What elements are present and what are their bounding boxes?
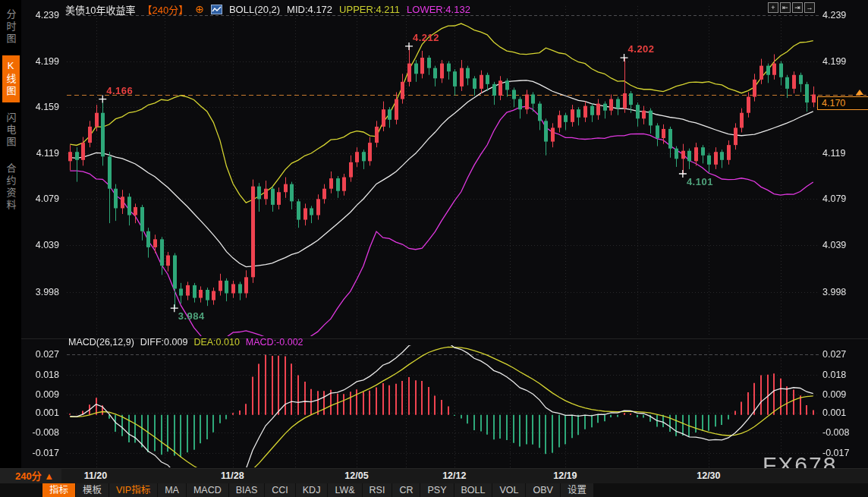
axis-tick-label: 0.009 xyxy=(21,389,59,400)
boll-upper-value: UPPER:4.211 xyxy=(339,4,400,15)
chart-header: 美债10年收益率 【240分】 ⊕ BOLL(20,2) MID:4.172 U… xyxy=(65,2,470,17)
macd-dea-value: DEA:0.010 xyxy=(193,337,239,348)
crosshair-move-icon[interactable]: + xyxy=(768,2,778,13)
target-icon[interactable]: ⊕ xyxy=(195,5,204,14)
sidebar-tab-2[interactable]: 闪电图 xyxy=(2,108,20,153)
last-price-arrow-icon xyxy=(856,90,863,95)
axis-tick-label: 4.079 xyxy=(21,193,59,204)
axis-tick-label: 0.018 xyxy=(21,370,59,380)
axis-tick-label: 4.239 xyxy=(21,10,59,20)
pan-right-icon[interactable]: → xyxy=(804,2,815,13)
price-annotation: 3.984 xyxy=(178,310,205,322)
axis-tick-label: -0.017 xyxy=(822,448,860,458)
axis-tick-label: 4.119 xyxy=(21,148,59,159)
axis-tick-label: -0.017 xyxy=(21,448,59,458)
toolbar-item-7[interactable]: KDJ xyxy=(296,483,328,497)
toolbar-item-12[interactable]: BOLL xyxy=(454,483,492,497)
period-selector[interactable]: 240分 ▲ xyxy=(0,469,61,484)
axis-tick-label: 0.001 xyxy=(21,407,59,418)
axis-tick-label: 4.159 xyxy=(21,102,59,112)
axis-tick-label: 3.998 xyxy=(822,287,860,297)
toolbar-item-14[interactable]: OBV xyxy=(526,483,559,497)
axis-tick-label: 0.018 xyxy=(822,370,860,380)
axis-tick-label: 4.199 xyxy=(21,56,59,67)
chart-canvas[interactable] xyxy=(0,0,868,497)
date-tick-label: 11/28 xyxy=(221,470,244,481)
toolbar-item-6[interactable]: CCI xyxy=(265,483,295,497)
date-tick-label: 12/12 xyxy=(442,470,466,481)
indicator-toolbar: 指标模板VIP指标MAMACDBIASCCIKDJLW&RSICRPSYBOLL… xyxy=(0,483,868,497)
x-axis-zoom-icon[interactable]: ⇤ xyxy=(780,2,791,13)
toolbar-item-0[interactable]: 指标 xyxy=(42,483,75,497)
boll-label: BOLL(20,2) xyxy=(229,4,280,15)
price-annotation: 4.202 xyxy=(628,43,655,55)
axis-tick-label: 4.039 xyxy=(822,240,860,250)
date-tick-label: 12/30 xyxy=(697,470,720,481)
axis-tick-label: 0.027 xyxy=(21,349,59,360)
toolbar-item-5[interactable]: BIAS xyxy=(229,483,265,497)
kline-chart-window: 分时图K线图闪电图合约资料 美债10年收益率 【240分】 ⊕ BOLL(20,… xyxy=(0,0,868,497)
mini-chart-icon xyxy=(211,5,222,14)
macd-macd-value: MACD:-0.002 xyxy=(246,337,303,348)
toolbar-item-9[interactable]: RSI xyxy=(363,483,392,497)
axis-tick-label: 4.039 xyxy=(21,240,59,250)
date-tick-label: 11/20 xyxy=(84,470,108,481)
boll-lower-value: LOWER:4.132 xyxy=(407,4,470,15)
boll-mid-value: MID:4.172 xyxy=(287,4,332,15)
axis-tick-label: 4.239 xyxy=(822,10,860,20)
price-annotation: 4.212 xyxy=(413,32,439,43)
toolbar-item-15[interactable]: 设置 xyxy=(561,483,593,497)
last-price-tag: 4.170 xyxy=(817,96,868,110)
toolbar-item-4[interactable]: MACD xyxy=(187,483,228,497)
chart-type-sidebar: 分时图K线图闪电图合约资料 xyxy=(0,0,21,468)
axis-tick-label: 4.119 xyxy=(822,148,860,159)
sidebar-tab-0[interactable]: 分时图 xyxy=(2,5,20,50)
axis-tick-label: 3.998 xyxy=(21,287,59,297)
date-tick-label: 12/05 xyxy=(344,470,368,481)
axis-tick-label: -0.008 xyxy=(822,427,860,438)
period-label[interactable]: 【240分】 xyxy=(142,2,188,17)
toolbar-item-11[interactable]: PSY xyxy=(420,483,453,497)
macd-diff-value: DIFF:0.009 xyxy=(140,337,188,348)
price-annotation: 4.101 xyxy=(687,176,713,187)
axis-tick-label: 0.027 xyxy=(822,349,860,360)
instrument-title: 美债10年收益率 xyxy=(65,2,135,17)
sidebar-tab-3[interactable]: 合约资料 xyxy=(2,159,20,216)
price-annotation: 4.166 xyxy=(106,85,133,96)
toolbar-spacer xyxy=(0,483,42,497)
axis-tick-label: -0.008 xyxy=(21,427,59,438)
y-axis-zoom-icon[interactable]: ⇥ xyxy=(792,2,803,13)
chart-tool-icons: +⇤⇥→ xyxy=(768,2,815,13)
macd-title: MACD(26,12,9) xyxy=(68,337,134,348)
time-axis-strip: 240分 ▲ 11/2011/2812/0512/1212/1912/30 xyxy=(0,468,868,484)
toolbar-item-1[interactable]: 模板 xyxy=(76,483,108,497)
axis-tick-label: 0.009 xyxy=(822,389,860,400)
sidebar-tab-1[interactable]: K线图 xyxy=(2,55,20,102)
axis-tick-label: 4.079 xyxy=(822,193,860,204)
axis-tick-label: 0.001 xyxy=(822,407,860,418)
toolbar-item-10[interactable]: CR xyxy=(392,483,420,497)
toolbar-item-8[interactable]: LW& xyxy=(328,483,361,497)
date-tick-label: 12/19 xyxy=(553,470,577,481)
macd-header: MACD(26,12,9) DIFF:0.009 DEA:0.010 MACD:… xyxy=(68,337,303,348)
axis-tick-label: 4.199 xyxy=(822,56,860,67)
toolbar-item-13[interactable]: VOL xyxy=(492,483,525,497)
toolbar-item-3[interactable]: MA xyxy=(158,483,186,497)
toolbar-item-2[interactable]: VIP指标 xyxy=(109,483,157,497)
